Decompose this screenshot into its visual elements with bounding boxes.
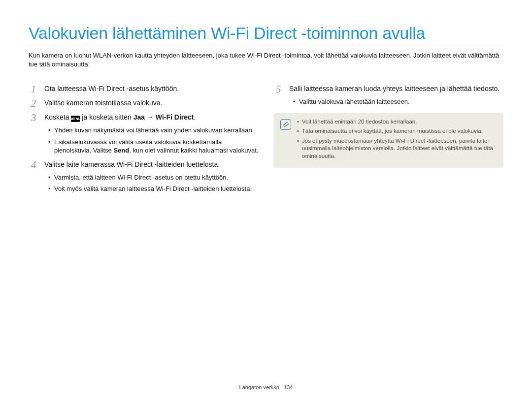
step-text: Kosketa MENU ja kosketa sitten Jaa → Wi-… [44, 112, 259, 122]
right-column: 5 Salli laitteessa kameran luoda yhteys … [273, 80, 503, 197]
step-3: 3 Kosketa MENU ja kosketa sitten Jaa → W… [29, 112, 259, 123]
step-3-bullets: Yhden kuvan näkymästä voi lähettää vain … [29, 126, 259, 155]
title-rule [29, 46, 503, 46]
intro-paragraph: Kun kamera on luonut WLAN-verkon kautta … [29, 51, 503, 68]
footer-page-number: 134 [284, 384, 293, 390]
step-number: 5 [273, 83, 283, 94]
step-4-bullets: Varmista, että laitteen Wi-Fi Direct -as… [29, 173, 259, 193]
text-fragment: ja kosketa sitten [80, 113, 133, 121]
menu-icon: MENU [71, 116, 80, 122]
note-box: Voit lähettää enintään 20 tiedostoa kerr… [273, 113, 503, 168]
step-number: 4 [29, 159, 38, 170]
list-item: Valittu valokuva lähetetään laitteeseen. [293, 97, 503, 106]
list-item: Jos et pysty muodostamaan yhteyttä Wi-Fi… [297, 137, 497, 160]
step-number: 1 [29, 83, 38, 94]
step-5-bullets: Valittu valokuva lähetetään laitteeseen. [273, 97, 503, 106]
text-fragment: → [145, 113, 156, 121]
list-item: Voit myös valita kameran laitteessa Wi-F… [48, 185, 259, 193]
text-fragment: Kosketa [44, 113, 71, 121]
list-item: Tätä ominaisuutta ei voi käyttää, jos ka… [297, 127, 497, 135]
left-column: 1 Ota laitteessa Wi-Fi Direct -asetus kä… [29, 80, 259, 197]
step-text: Valitse kameran toistotilassa valokuva. [44, 97, 259, 108]
bold-text: Jaa [133, 113, 145, 121]
columns: 1 Ota laitteessa Wi-Fi Direct -asetus kä… [29, 80, 503, 197]
step-text: Salli laitteessa kameran luoda yhteys la… [289, 83, 503, 93]
list-item: Varmista, että laitteen Wi-Fi Direct -as… [48, 173, 259, 182]
page-title: Valokuvien lähettäminen Wi-Fi Direct -to… [29, 24, 503, 43]
list-item: Yhden kuvan näkymästä voi lähettää vain … [48, 126, 259, 135]
step-2: 2 Valitse kameran toistotilassa valokuva… [29, 97, 259, 109]
bold-text: Wi-Fi Direct [156, 113, 194, 121]
bold-text: Send [113, 147, 129, 154]
note-icon [280, 119, 291, 130]
footer-section: Langaton verkko [239, 384, 279, 390]
step-text: Ota laitteessa Wi-Fi Direct -asetus käyt… [44, 83, 259, 93]
list-item: Esikatselukuvassa voi valita useita valo… [48, 138, 259, 155]
step-4: 4 Valitse laite kamerassa Wi-Fi Direct -… [29, 159, 259, 170]
step-number: 2 [29, 97, 38, 109]
step-number: 3 [29, 112, 38, 123]
step-1: 1 Ota laitteessa Wi-Fi Direct -asetus kä… [29, 83, 259, 94]
step-5: 5 Salli laitteessa kameran luoda yhteys … [273, 83, 503, 94]
step-text: Valitse laite kamerassa Wi-Fi Direct -la… [44, 159, 259, 169]
list-item: Voit lähettää enintään 20 tiedostoa kerr… [297, 118, 497, 126]
note-list: Voit lähettää enintään 20 tiedostoa kerr… [297, 118, 497, 162]
page-footer: Langaton verkko 134 [0, 384, 532, 390]
document-page: Valokuvien lähettäminen Wi-Fi Direct -to… [0, 0, 532, 401]
text-fragment: . [194, 113, 196, 121]
